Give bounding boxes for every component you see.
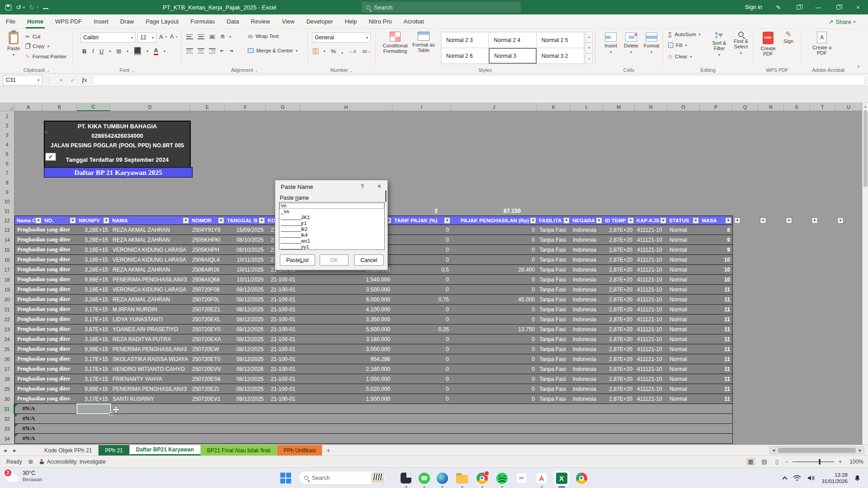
sheet-tab-daftar-bp21-karyawan[interactable]: Daftar BP21 Karyawan [130, 445, 201, 455]
cell-J14[interactable]: 0 [451, 235, 538, 245]
cell-A27[interactable]: Penghasilan yang diter [14, 364, 77, 374]
paste-button[interactable]: Paste ▾ [4, 32, 24, 58]
cell-C21[interactable]: 3,17E+15 [77, 305, 111, 314]
row-header-5[interactable]: 5 [0, 149, 14, 159]
cell-C17[interactable]: 3,28E+15 [77, 265, 111, 275]
cell-I13[interactable]: 0 [392, 225, 452, 235]
cell-O21[interactable]: Normal [667, 305, 700, 314]
cell-J32[interactable] [451, 414, 538, 424]
cell-L32[interactable] [571, 414, 604, 424]
cell-C14[interactable]: 3,28E+15 [77, 235, 111, 245]
gallery-down-icon[interactable]: ▾ [585, 42, 593, 53]
listbox-scroll-thumb[interactable] [385, 190, 387, 202]
cell-K23[interactable]: Tanpa Fasi [537, 324, 571, 334]
cell-F27[interactable]: 08/12/2025 [225, 364, 266, 374]
cell-N17[interactable]: 411121-10 [635, 265, 668, 275]
cell-L15[interactable]: Indonesia [571, 245, 604, 255]
filter-button-I[interactable]: ▾ [444, 217, 450, 224]
number-format-combo[interactable]: General▾ [312, 33, 371, 42]
page-break-view-icon[interactable]: ▯ [774, 458, 780, 465]
cell-L23[interactable]: Indonesia [571, 324, 604, 334]
cell-J19[interactable]: 0 [451, 285, 538, 295]
cell-M30[interactable]: 2,87E+20 [603, 394, 635, 404]
cell-F14[interactable]: 08/10/2025 [225, 235, 266, 245]
alignment-launcher-icon[interactable]: ⌟ [255, 68, 257, 72]
cell-N15[interactable]: 411121-10 [635, 245, 668, 255]
filter-button-B[interactable]: ▾ [70, 217, 76, 224]
cell-C27[interactable]: 3,17E+15 [77, 364, 111, 374]
cell-P16[interactable]: 10 [700, 255, 733, 265]
name-list-item[interactable]: _______ws1 [279, 238, 384, 244]
conditional-formatting-button[interactable]: Conditional Formatting [381, 32, 409, 54]
row-header-2[interactable]: 2 [0, 121, 14, 131]
cell-D13[interactable]: REZA AKMAL ZAHRAN [110, 225, 190, 235]
cut-button[interactable]: ✂Cut [25, 33, 41, 40]
cell-L26[interactable]: Indonesia [571, 354, 604, 364]
cell-O20[interactable]: Normal [667, 295, 700, 305]
cell-K21[interactable]: Tanpa Fasi [537, 305, 571, 314]
cell-F31[interactable] [225, 404, 266, 414]
cell-L24[interactable]: Indonesia [571, 334, 604, 344]
cell-A32[interactable]: #N/A [14, 414, 43, 424]
cell-K13[interactable]: Tanpa Fasi [537, 225, 571, 235]
cell-E19[interactable]: 250720F08 [190, 285, 226, 295]
comma-style-icon[interactable]: , [341, 48, 343, 55]
menu-tab-developer[interactable]: Developer [300, 14, 339, 28]
filter-header-L[interactable]: NEGARA▾ [571, 216, 604, 225]
cell-J24[interactable]: 0 [451, 334, 538, 344]
menu-tab-acrobat[interactable]: Acrobat [398, 14, 430, 28]
taskbar-search[interactable]: Search [298, 471, 387, 485]
filter-header-E[interactable]: NOMOR▾ [190, 216, 226, 225]
row-header-6[interactable]: 6 [0, 159, 14, 169]
menu-tab-draw[interactable]: Draw [114, 14, 140, 28]
cell-P17[interactable]: 10 [700, 265, 733, 275]
column-header-S[interactable]: S [784, 103, 810, 111]
cell-K22[interactable]: Tanpa Fasi [537, 314, 571, 324]
paste-list-button[interactable]: Paste List [280, 254, 315, 266]
hscroll-right-icon[interactable]: ▶ [857, 448, 864, 452]
cell-J25[interactable]: 0 [451, 344, 538, 354]
cell-A25[interactable]: Penghasilan yang diter [14, 344, 77, 354]
cell-A15[interactable]: Penghasilan yang diter [14, 245, 77, 255]
cell-A17[interactable]: Penghasilan yang diter [14, 265, 77, 275]
create-pdf-button[interactable]: PDF Create PDF [758, 32, 778, 56]
cell-A19[interactable]: Penghasilan yang diter [14, 285, 77, 295]
cell-H23[interactable]: 5.500.000 [300, 324, 393, 334]
cell-K29[interactable]: Tanpa Fasi [537, 384, 571, 394]
cell-O34[interactable] [667, 434, 700, 444]
menu-tab-page-layout[interactable]: Page Layout [140, 14, 184, 28]
cell-G23[interactable]: 21-100-01 [266, 324, 301, 334]
cell-O17[interactable]: Normal [667, 265, 700, 275]
column-header-H[interactable]: H [300, 103, 392, 111]
cell-E29[interactable]: 250720EZI [190, 384, 226, 394]
row-header-32[interactable]: 32 [0, 414, 14, 424]
row-header-33[interactable]: 33 [0, 424, 14, 434]
row-header-17[interactable]: 17 [0, 265, 14, 275]
accounting-format-icon[interactable]: $ [313, 48, 318, 54]
cell-F32[interactable] [225, 414, 266, 424]
cell-I17[interactable]: 0,5 [392, 265, 452, 275]
cell-L25[interactable]: Indonesia [571, 344, 604, 354]
row-header-34[interactable]: 34 [0, 434, 14, 444]
filter-header-O[interactable]: STATUS▾ [667, 216, 700, 225]
column-header-P[interactable]: P [700, 103, 732, 111]
cell-I22[interactable]: 0 [392, 314, 452, 324]
sign-in-button[interactable]: Sign in [739, 4, 769, 10]
name-list-item[interactable]: _______jr1 [279, 221, 384, 226]
grow-font-button[interactable]: A˄ [159, 33, 167, 40]
cell-K16[interactable]: Tanpa Fasi [537, 255, 571, 265]
cell-F22[interactable]: 08/12/2025 [225, 314, 266, 324]
fill-button[interactable]: ↓ Fill ▾ [668, 42, 687, 48]
cell-A30[interactable]: Penghasilan yang diter [14, 394, 77, 404]
row-header-31[interactable]: 31 [0, 404, 14, 414]
row-header-1[interactable]: 1 [0, 111, 14, 121]
cell-L14[interactable]: Indonesia [571, 235, 604, 245]
align-center-icon[interactable] [198, 48, 204, 53]
horizontal-scroll-thumb[interactable] [778, 448, 856, 453]
cell-H25[interactable]: 3.000.000 [300, 344, 393, 354]
taskbar-browser2-icon[interactable] [575, 472, 588, 484]
cell-A14[interactable]: Penghasilan yang diter [14, 235, 77, 245]
cell-N29[interactable]: 411121-10 [635, 384, 668, 394]
cell-P30[interactable]: 11 [700, 394, 733, 404]
cell-K15[interactable]: Tanpa Fasi [537, 245, 571, 255]
